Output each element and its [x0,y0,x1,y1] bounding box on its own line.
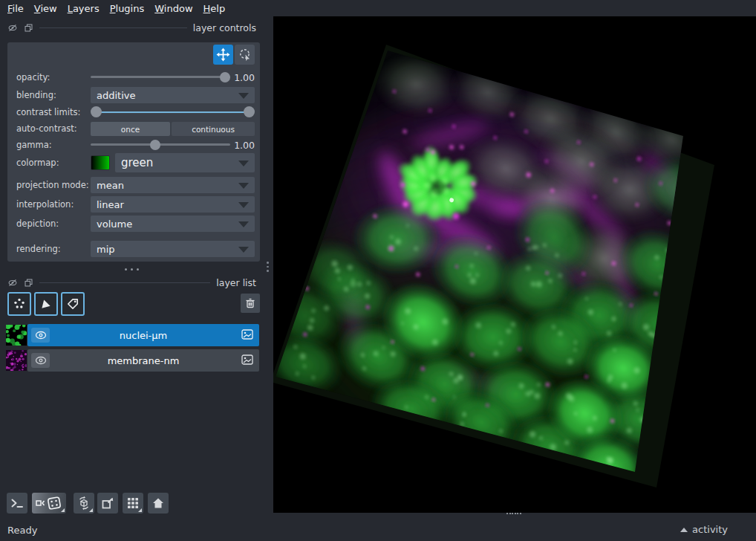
button-menu-corner [138,508,142,512]
contrast-limits-row: contrast limits: [16,104,255,120]
roll-dimensions-button[interactable] [74,493,94,514]
layer-visibility-button[interactable] [31,353,50,368]
projection-mode-label: projection mode: [16,180,89,190]
image-layer-icon [241,329,253,340]
rendering-select[interactable]: mip [91,241,255,257]
colormap-select[interactable]: green [115,153,255,172]
projection-mode-row: projection mode: mean [16,177,255,193]
blending-row: blending: additive [16,87,255,103]
activity-label: activity [692,524,728,535]
menu-window[interactable]: Window [149,3,198,14]
eye-icon [35,331,47,340]
menu-help[interactable]: Help [198,3,231,14]
layer-list-title: layer list [216,277,256,288]
button-menu-corner [89,508,93,512]
canvas-dock-handle[interactable] [506,513,521,514]
colormap-row: colormap: green [16,153,255,172]
console-button[interactable] [7,493,27,514]
menu-plugins[interactable]: Plugins [105,3,150,14]
rendering-label: rendering: [16,244,61,254]
layer-row-membrane[interactable]: membrane-nm [6,349,259,372]
contrast-limits-label: contrast limits: [16,107,80,117]
gamma-label: gamma: [16,140,52,150]
menu-file[interactable]: File [2,3,29,14]
colormap-label: colormap: [16,158,59,168]
panel-resize-handle[interactable] [125,268,139,270]
grid-view-button[interactable] [123,493,143,514]
auto-contrast-once-button[interactable]: once [91,122,170,136]
blending-select[interactable]: additive [91,87,255,103]
auto-contrast-row: auto-contrast: once continuous [16,121,255,136]
eye-icon [35,356,47,365]
new-points-layer-button[interactable] [7,292,31,316]
new-labels-layer-button[interactable] [61,292,85,316]
layer-thumbnail [6,350,27,371]
hide-dock-icon[interactable] [7,23,18,33]
gamma-value: 1.00 [234,140,255,151]
volume-rendering [273,16,756,513]
transpose-dimensions-button[interactable] [97,493,118,514]
opacity-value: 1.00 [234,72,255,83]
layer-controls-panel: opacity: 1.00 blending: additive contras… [7,42,260,262]
ndisplay-toggle-button[interactable] [32,493,66,514]
depiction-label: depiction: [16,218,59,229]
points-icon [13,297,26,311]
delete-layer-button[interactable] [241,294,260,313]
layer-visibility-button[interactable] [31,328,50,343]
colormap-swatch [91,155,110,170]
opacity-slider[interactable] [91,69,230,85]
activity-expand-icon [680,528,688,532]
dock-splitter-handle[interactable] [267,262,269,272]
auto-contrast-label: auto-contrast: [16,123,77,134]
menu-view[interactable]: View [29,3,62,14]
labels-icon [66,297,79,311]
interpolation-select[interactable]: linear [91,196,255,213]
blending-label: blending: [16,90,56,100]
gamma-row: gamma: 1.00 [16,137,255,153]
gamma-slider[interactable] [91,137,230,153]
layer-controls-title: layer controls [193,22,256,33]
image-layer-icon [241,354,253,365]
menubar: File View Layers Plugins Window Help [0,0,756,16]
depiction-row: depiction: volume [16,216,255,232]
layer-list-titlebar: layer list [0,276,267,289]
layer-row-nuclei[interactable]: nuclei-µm [6,324,259,346]
float-dock-icon[interactable] [24,278,33,288]
layer-controls-titlebar: layer controls [0,21,267,34]
status-text: Ready [7,525,37,536]
home-icon [151,496,165,510]
layer-thumbnail [6,325,27,346]
rendering-row: rendering: mip [16,241,255,257]
float-dock-icon[interactable] [24,23,33,33]
pan-zoom-button[interactable] [213,45,233,65]
hide-dock-icon[interactable] [7,278,18,288]
projection-mode-select[interactable]: mean [91,177,255,193]
viewer-canvas[interactable] [273,16,756,513]
layer-name: nuclei-µm [27,324,259,346]
transpose-icon [100,496,115,511]
console-icon [10,497,24,509]
contrast-limits-slider[interactable] [91,104,255,120]
menu-layers[interactable]: Layers [62,3,105,14]
activity-toggle[interactable]: activity [680,524,728,535]
button-menu-corner [61,508,65,512]
opacity-label: opacity: [16,72,50,82]
divider [39,27,187,28]
layer-name: membrane-nm [27,349,259,372]
trash-icon [244,297,256,309]
depiction-select[interactable]: volume [91,216,255,232]
divider [39,282,210,283]
interpolation-row: interpolation: linear [16,196,255,213]
home-button[interactable] [148,493,169,514]
transform-button[interactable] [235,45,255,65]
opacity-row: opacity: 1.00 [16,69,255,85]
auto-contrast-continuous-button[interactable]: continuous [172,122,255,136]
interpolation-label: interpolation: [16,199,74,210]
new-shapes-layer-button[interactable] [34,292,58,316]
2d-3d-toggle-icon [34,496,64,511]
shapes-icon [39,297,53,311]
